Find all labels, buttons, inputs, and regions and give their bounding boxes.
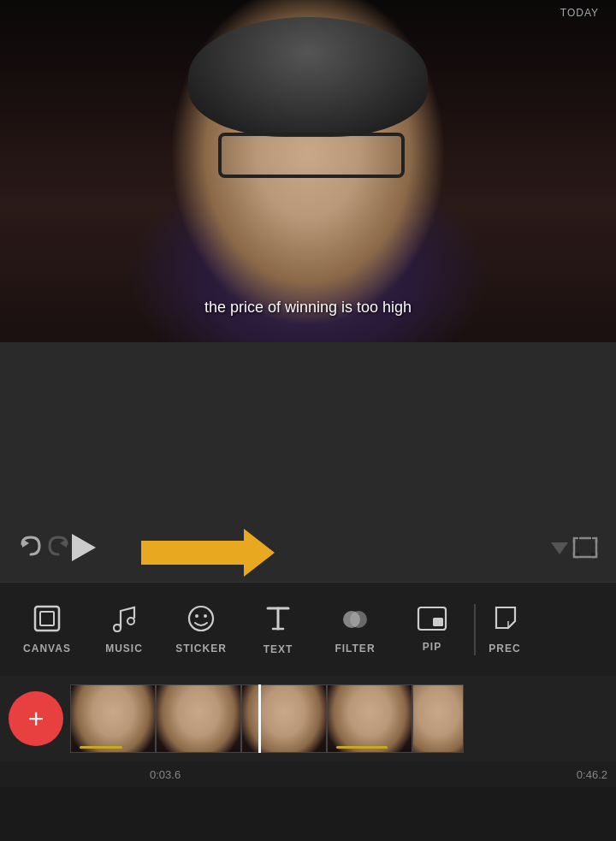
canvas-icon <box>33 604 62 637</box>
text-icon <box>264 603 292 638</box>
clips-area: + <box>0 676 616 761</box>
svg-marker-2 <box>551 542 568 554</box>
filter-icon <box>340 604 370 637</box>
redo-icon <box>44 534 72 561</box>
add-clip-button[interactable]: + <box>9 691 63 746</box>
toolbar-item-pip[interactable]: PIP <box>394 591 471 668</box>
toolbar-item-filter[interactable]: FILTER <box>317 591 394 668</box>
arrow-body <box>141 541 244 565</box>
svg-point-10 <box>127 618 134 625</box>
toolbar-item-music[interactable]: MUSIC <box>86 591 163 668</box>
timestamp-right: 0:46.2 <box>577 768 607 781</box>
svg-marker-1 <box>60 539 67 548</box>
music-label: MUSIC <box>105 643 143 654</box>
today-label: TODAY <box>560 7 599 19</box>
clip-frame[interactable] <box>327 684 412 753</box>
undo-button[interactable] <box>17 534 44 561</box>
svg-point-13 <box>204 614 207 618</box>
bottom-toolbar: CANVAS MUSIC STICKER <box>0 582 616 676</box>
svg-rect-8 <box>35 607 59 631</box>
timestamp-left: 0:03.6 <box>150 768 181 781</box>
clip-progress <box>336 746 388 749</box>
svg-point-15 <box>350 611 367 628</box>
text-label: TEXT <box>264 643 293 655</box>
svg-point-12 <box>195 614 198 618</box>
svg-marker-0 <box>22 539 29 548</box>
filter-label: FILTER <box>335 643 375 654</box>
film-strip <box>70 684 616 753</box>
controls-bar <box>0 513 616 582</box>
svg-rect-9 <box>40 612 54 625</box>
pip-icon <box>417 606 447 636</box>
filter-dropdown-button[interactable] <box>548 536 572 560</box>
undo-icon <box>17 534 44 561</box>
dropdown-icon <box>548 536 572 560</box>
toolbar-divider <box>474 604 476 655</box>
plus-icon: + <box>28 705 44 732</box>
music-icon <box>110 604 138 637</box>
prec-label: PREC <box>489 643 520 654</box>
clip-frame[interactable] <box>70 684 156 753</box>
arrow-annotation <box>141 529 275 577</box>
fullscreen-button[interactable] <box>572 536 599 560</box>
video-preview: TODAY the price of winning is too high <box>0 0 616 342</box>
play-icon <box>72 534 96 561</box>
video-frame <box>0 0 616 342</box>
clip-frame[interactable] <box>412 684 464 753</box>
fullscreen-icon <box>572 536 599 560</box>
sticker-label: STICKER <box>175 643 227 654</box>
timeline-area <box>0 342 616 513</box>
redo-button[interactable] <box>44 534 72 561</box>
timestamps: 0:03.6 0:46.2 <box>0 761 616 787</box>
toolbar-item-sticker[interactable]: STICKER <box>163 591 240 668</box>
playhead <box>258 684 261 753</box>
toolbar-item-canvas[interactable]: CANVAS <box>9 591 86 668</box>
svg-rect-17 <box>433 618 443 626</box>
clip-frame[interactable] <box>156 684 241 753</box>
canvas-label: CANVAS <box>23 643 71 654</box>
subtitle-text: the price of winning is too high <box>204 299 412 317</box>
toolbar-item-prec[interactable]: PREC <box>479 591 530 668</box>
toolbar-item-text[interactable]: TEXT <box>240 591 317 668</box>
clip-frame[interactable] <box>241 684 327 753</box>
prec-icon <box>491 604 518 637</box>
arrow-head <box>244 529 275 577</box>
svg-point-11 <box>189 607 213 631</box>
sticker-icon <box>187 604 216 637</box>
pip-label: PIP <box>423 641 441 653</box>
play-button[interactable] <box>72 534 96 561</box>
clip-progress <box>80 746 122 749</box>
